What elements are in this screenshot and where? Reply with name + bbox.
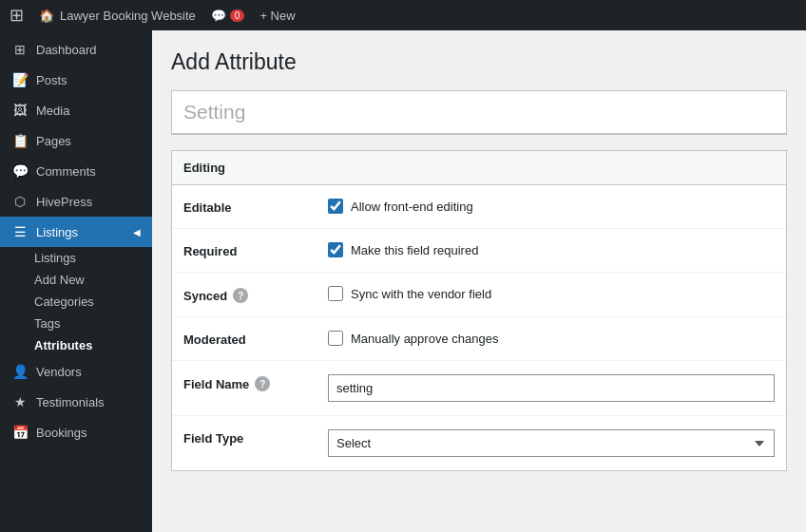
hivepress-icon: ⬡ — [11, 194, 29, 209]
required-control: Make this field required — [328, 242, 775, 257]
dashboard-icon: ⊞ — [11, 42, 29, 57]
synced-label-wrap: Synced ? — [183, 286, 317, 303]
editing-section: Editing Editable Allow front-end editing… — [171, 150, 787, 471]
sidebar-sub-categories[interactable]: Categories — [0, 291, 152, 313]
sidebar-sub-add-new[interactable]: Add New — [0, 269, 152, 291]
editable-label: Editable — [183, 199, 317, 215]
moderated-checkbox[interactable] — [328, 331, 343, 346]
required-checkbox-label: Make this field required — [351, 243, 478, 257]
field-name-control — [328, 374, 775, 402]
bookings-icon: 📅 — [11, 425, 29, 440]
site-name[interactable]: 🏠 Lawyer Booking Website — [39, 9, 196, 23]
comments-link[interactable]: 💬 0 — [211, 9, 245, 23]
comments-badge: 0 — [230, 10, 245, 22]
field-type-label: Field Type — [183, 429, 317, 446]
synced-row: Synced ? Sync with the vendor field — [172, 273, 786, 317]
editable-control: Allow front-end editing — [328, 199, 775, 214]
field-name-help-icon[interactable]: ? — [255, 376, 270, 391]
synced-label: Synced — [183, 289, 227, 303]
field-name-row: Field Name ? — [172, 361, 786, 416]
editable-checkbox-label: Allow front-end editing — [351, 200, 473, 214]
field-type-select[interactable]: Select Text Textarea Number Checkbox — [328, 429, 775, 457]
field-name-label-wrap: Field Name ? — [183, 374, 317, 391]
synced-help-icon[interactable]: ? — [233, 288, 248, 303]
editable-checkbox[interactable] — [328, 199, 343, 214]
required-label: Required — [183, 242, 317, 258]
required-checkbox[interactable] — [328, 242, 343, 257]
field-type-control: Select Text Textarea Number Checkbox — [328, 429, 775, 457]
sidebar-item-dashboard[interactable]: ⊞ Dashboard — [0, 34, 152, 65]
listings-icon: ☰ — [11, 224, 29, 239]
required-row: Required Make this field required — [172, 229, 786, 273]
editable-row: Editable Allow front-end editing — [172, 185, 786, 229]
sidebar-item-media[interactable]: 🖼 Media — [0, 95, 152, 125]
sidebar-sub-listings[interactable]: Listings — [0, 247, 152, 269]
moderated-label: Moderated — [183, 331, 317, 347]
sidebar-item-listings[interactable]: ☰ Listings ◀ — [0, 217, 152, 247]
sidebar-item-pages[interactable]: 📋 Pages — [0, 125, 152, 156]
vendors-icon: 👤 — [11, 364, 29, 379]
synced-checkbox-label: Sync with the vendor field — [351, 287, 491, 301]
listings-arrow: ◀ — [133, 227, 141, 238]
testimonials-icon: ★ — [11, 394, 29, 409]
attribute-name-input[interactable] — [172, 91, 786, 134]
top-bar: ⊞ 🏠 Lawyer Booking Website 💬 0 + New — [0, 0, 806, 30]
sidebar-item-testimonials[interactable]: ★ Testimonials — [0, 387, 152, 417]
wp-logo[interactable]: ⊞ — [10, 5, 24, 26]
field-type-row: Field Type Select Text Textarea Number C… — [172, 416, 786, 470]
moderated-checkbox-label: Manually approve changes — [351, 332, 498, 346]
media-icon: 🖼 — [11, 103, 29, 118]
name-card — [171, 90, 787, 135]
sidebar-sub-tags[interactable]: Tags — [0, 313, 152, 334]
moderated-row: Moderated Manually approve changes — [172, 317, 786, 361]
moderated-control: Manually approve changes — [328, 331, 775, 346]
comments-icon: 💬 — [11, 163, 29, 179]
sidebar-item-hivepress[interactable]: ⬡ HivePress — [0, 186, 152, 217]
posts-icon: 📝 — [11, 72, 29, 87]
sidebar-item-bookings[interactable]: 📅 Bookings — [0, 417, 152, 447]
sidebar-item-comments[interactable]: 💬 Comments — [0, 156, 152, 186]
page-title: Add Attribute — [171, 49, 787, 75]
sidebar-sub-attributes[interactable]: Attributes — [0, 334, 152, 356]
field-name-input[interactable] — [328, 374, 775, 402]
synced-control: Sync with the vendor field — [328, 286, 775, 301]
sidebar-item-posts[interactable]: 📝 Posts — [0, 65, 152, 95]
new-link[interactable]: + New — [259, 9, 295, 23]
main-content: Add Attribute Editing Editable Allow fro… — [152, 30, 806, 532]
pages-icon: 📋 — [11, 133, 29, 148]
editing-section-title: Editing — [172, 151, 786, 185]
field-name-label: Field Name — [183, 377, 249, 391]
synced-checkbox[interactable] — [328, 286, 343, 301]
sidebar: ⊞ Dashboard 📝 Posts 🖼 Media 📋 Pages 💬 Co… — [0, 30, 152, 532]
sidebar-item-vendors[interactable]: 👤 Vendors — [0, 356, 152, 387]
